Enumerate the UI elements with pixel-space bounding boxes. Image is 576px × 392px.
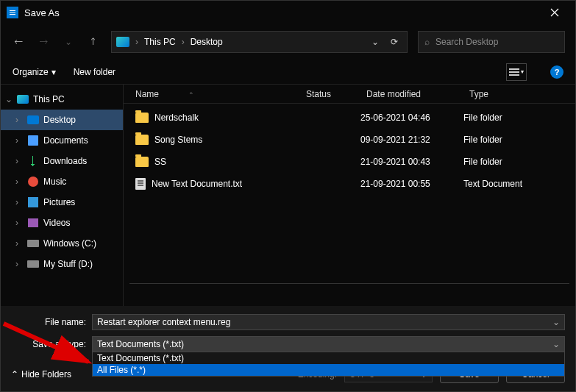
- tree-label: My Stuff (D:): [43, 259, 93, 269]
- file-list: Name⌃ Status Date modified Type Nerdscha…: [124, 85, 575, 306]
- desktop-icon: [27, 115, 39, 124]
- back-button[interactable]: 🡐: [11, 35, 26, 49]
- tree-item-downloads[interactable]: › ⭣ Downloads: [1, 151, 123, 171]
- column-status[interactable]: Status: [300, 89, 360, 99]
- tree-item-pictures[interactable]: › Pictures: [1, 192, 123, 213]
- hide-folders-button[interactable]: ⌃ Hide Folders: [11, 369, 71, 379]
- tree-item-drive-c[interactable]: › Windows (C:): [1, 233, 123, 254]
- help-button[interactable]: ?: [550, 65, 563, 79]
- folder-icon: [135, 135, 149, 145]
- tree-item-this-pc[interactable]: ⌄ This PC: [1, 89, 123, 110]
- view-options-button[interactable]: ▾: [506, 63, 527, 81]
- chevron-down-icon: ⌄: [5, 94, 13, 104]
- chevron-right-icon: ›: [15, 115, 23, 125]
- svg-rect-2: [10, 14, 15, 15]
- window-title: Save As: [24, 7, 540, 18]
- filename-field[interactable]: [97, 317, 560, 327]
- drive-icon: [27, 260, 39, 268]
- recent-button[interactable]: ⌄: [61, 35, 76, 49]
- column-type[interactable]: Type: [463, 89, 575, 99]
- chevron-right-icon: ›: [15, 156, 23, 166]
- savetype-value: Text Documents (*.txt): [97, 339, 184, 349]
- drive-icon: [27, 240, 39, 247]
- svg-rect-0: [10, 10, 15, 11]
- file-row[interactable]: Song Stems09-09-2021 21:32File folder: [124, 129, 575, 151]
- file-type: File folder: [463, 157, 575, 167]
- chevron-down-icon: ⌄: [552, 339, 560, 349]
- svg-rect-5: [509, 74, 519, 76]
- forward-button[interactable]: 🡒: [36, 35, 51, 49]
- new-folder-button[interactable]: New folder: [74, 67, 115, 77]
- file-name: Song Stems: [154, 135, 202, 145]
- svg-rect-4: [509, 71, 519, 73]
- breadcrumb-root[interactable]: This PC: [141, 37, 179, 47]
- tree-item-drive-d[interactable]: › My Stuff (D:): [1, 254, 123, 274]
- chevron-right-icon: ›: [15, 177, 23, 187]
- documents-icon: [28, 135, 38, 146]
- file-type: File folder: [463, 135, 575, 145]
- file-row[interactable]: SS21-09-2021 00:43File folder: [124, 151, 575, 173]
- filename-label: File name:: [11, 317, 92, 327]
- file-name: SS: [154, 157, 166, 167]
- search-input[interactable]: ⌕ Search Desktop: [418, 31, 565, 53]
- address-dropdown-button[interactable]: ⌄: [367, 34, 383, 50]
- file-date: 25-06-2021 04:46: [360, 113, 463, 123]
- chevron-right-icon: ›: [182, 37, 185, 47]
- tree-label: Desktop: [43, 115, 76, 125]
- file-date: 09-09-2021 21:32: [360, 135, 463, 145]
- filename-input[interactable]: ⌄: [92, 314, 565, 330]
- up-button[interactable]: 🡑: [86, 35, 101, 49]
- file-name: Nerdschalk: [154, 113, 199, 123]
- title-bar: Save As: [1, 1, 575, 24]
- downloads-icon: ⭣: [27, 156, 39, 166]
- address-bar[interactable]: › This PC › Desktop ⌄ ⟳: [111, 31, 408, 53]
- pc-icon: [17, 95, 29, 104]
- toolbar: Organize ▾ New folder ▾ ?: [1, 60, 575, 85]
- breadcrumb-current[interactable]: Desktop: [188, 37, 226, 47]
- chevron-down-icon[interactable]: ⌄: [552, 317, 560, 327]
- app-icon: [7, 7, 18, 18]
- savetype-dropdown: Text Documents (*.txt) All Files (*.*): [92, 352, 565, 377]
- refresh-button[interactable]: ⟳: [386, 34, 402, 50]
- music-icon: [28, 177, 38, 187]
- close-button[interactable]: [540, 1, 569, 24]
- organize-button[interactable]: Organize ▾: [13, 67, 56, 77]
- file-row[interactable]: Nerdschalk25-06-2021 04:46File folder: [124, 107, 575, 129]
- file-type: File folder: [463, 113, 575, 123]
- tree-label: Documents: [43, 135, 88, 146]
- tree-item-music[interactable]: › Music: [1, 171, 123, 192]
- savetype-select[interactable]: Text Documents (*.txt) ⌄: [92, 336, 565, 352]
- tree-label: Music: [43, 177, 66, 187]
- tree-label: Downloads: [43, 156, 87, 166]
- pc-icon: [116, 37, 129, 47]
- file-type: Text Document: [463, 179, 575, 189]
- tree-item-desktop[interactable]: › Desktop: [1, 110, 123, 130]
- tree-label: This PC: [33, 94, 65, 104]
- chevron-down-icon: ▾: [51, 67, 56, 77]
- file-row[interactable]: New Text Document.txt21-09-2021 00:55Tex…: [124, 173, 575, 195]
- tree-item-videos[interactable]: › Videos: [1, 213, 123, 233]
- folder-icon: [135, 113, 149, 123]
- pictures-icon: [28, 197, 38, 207]
- chevron-right-icon: ›: [135, 37, 138, 47]
- column-date[interactable]: Date modified: [360, 89, 463, 99]
- tree-label: Windows (C:): [43, 238, 96, 249]
- chevron-right-icon: ›: [15, 259, 23, 269]
- navigation-bar: 🡐 🡒 ⌄ 🡑 › This PC › Desktop ⌄ ⟳ ⌕ Search…: [1, 24, 575, 60]
- savetype-option-all[interactable]: All Files (*.*): [93, 364, 564, 376]
- file-date: 21-09-2021 00:43: [360, 157, 463, 167]
- savetype-label: Save as type:: [11, 339, 92, 349]
- chevron-right-icon: ›: [15, 135, 23, 146]
- file-name: New Text Document.txt: [152, 179, 242, 189]
- search-placeholder: Search Desktop: [435, 37, 498, 47]
- chevron-right-icon: ›: [15, 218, 23, 228]
- bottom-panel: File name: ⌄ Save as type: Text Document…: [1, 306, 575, 357]
- navigation-tree: ⌄ This PC › Desktop › Documents › ⭣ Down…: [1, 85, 124, 306]
- svg-rect-3: [509, 68, 519, 70]
- chevron-up-icon: ⌃: [11, 369, 18, 379]
- column-name[interactable]: Name⌃: [124, 89, 300, 99]
- tree-item-documents[interactable]: › Documents: [1, 130, 123, 151]
- chevron-right-icon: ›: [15, 197, 23, 207]
- savetype-option-txt[interactable]: Text Documents (*.txt): [93, 352, 564, 364]
- file-date: 21-09-2021 00:55: [360, 179, 463, 189]
